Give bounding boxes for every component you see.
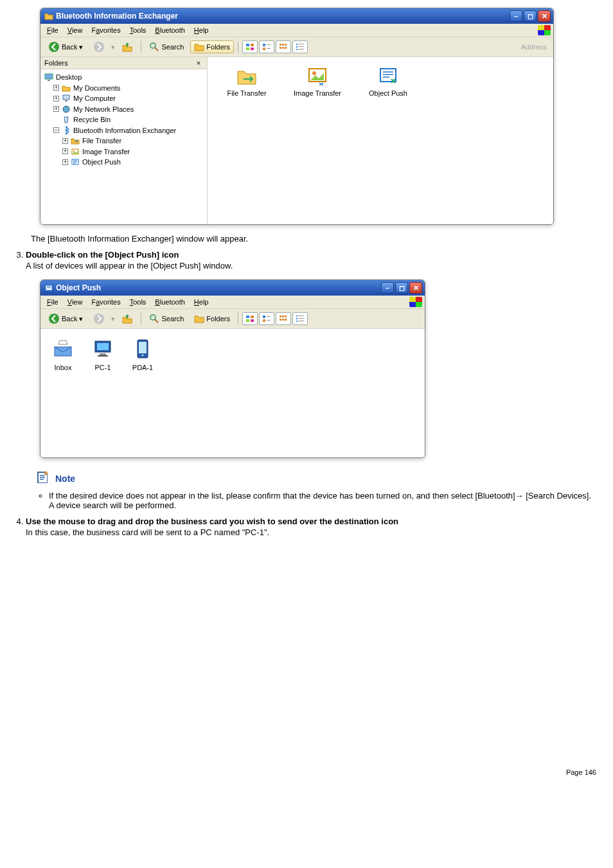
desktop-icon bbox=[44, 73, 53, 82]
svg-rect-9 bbox=[267, 44, 271, 45]
svg-point-38 bbox=[94, 314, 104, 324]
svg-rect-10 bbox=[263, 48, 265, 50]
svg-point-39 bbox=[150, 315, 155, 320]
collapse-icon[interactable]: − bbox=[53, 127, 59, 133]
svg-point-0 bbox=[49, 42, 59, 52]
svg-line-3 bbox=[155, 48, 158, 51]
svg-rect-49 bbox=[280, 315, 281, 317]
minimize-button[interactable]: – bbox=[510, 10, 522, 22]
item-pda1[interactable]: PDA-1 bbox=[132, 338, 154, 406]
menu-bluetooth[interactable]: Bluetooth bbox=[151, 25, 189, 35]
expand-icon[interactable]: + bbox=[53, 96, 59, 102]
back-button[interactable]: Back ▾ bbox=[44, 40, 87, 54]
view-thumbnails-button[interactable] bbox=[242, 40, 258, 53]
view-icons-button[interactable] bbox=[276, 40, 291, 53]
view-icons-button[interactable] bbox=[276, 312, 291, 325]
object-push-label: Object Push bbox=[369, 89, 407, 97]
view-tiles-button[interactable] bbox=[259, 40, 274, 53]
folders-button[interactable]: Folders bbox=[190, 40, 234, 53]
network-icon bbox=[62, 105, 71, 114]
tree-node-recycle[interactable]: Recycle Bin bbox=[53, 114, 203, 125]
item-inbox[interactable]: Inbox bbox=[52, 338, 74, 406]
menu-favorites[interactable]: Favorites bbox=[87, 25, 124, 35]
folders-button[interactable]: Folders bbox=[190, 312, 234, 325]
svg-rect-58 bbox=[298, 318, 304, 319]
svg-rect-5 bbox=[251, 44, 254, 46]
content-pane: Inbox PC-1 PDA-1 bbox=[40, 329, 425, 457]
forward-button[interactable] bbox=[89, 40, 109, 54]
expand-icon[interactable]: + bbox=[62, 148, 68, 154]
svg-point-68 bbox=[142, 355, 144, 357]
view-tiles-button[interactable] bbox=[259, 312, 274, 325]
item-image-transfer[interactable]: Image Transfer bbox=[290, 65, 345, 97]
tree-node-mydocs[interactable]: + My Documents bbox=[53, 83, 203, 94]
tree-node-objectpush[interactable]: + Object Push bbox=[62, 157, 203, 168]
window-title: Bluetooth Information Exchanger bbox=[56, 12, 178, 21]
view-thumbnails-button[interactable] bbox=[242, 312, 258, 325]
folder-icon bbox=[62, 84, 71, 93]
address-label: Address bbox=[521, 43, 549, 51]
menubar: File View Favorites Tools Bluetooth Help bbox=[40, 24, 553, 37]
tree-node-imagetransfer[interactable]: + Image Transfer bbox=[62, 146, 203, 157]
pda-icon bbox=[132, 338, 154, 360]
file-transfer-icon bbox=[236, 65, 258, 87]
minimize-button[interactable]: – bbox=[381, 282, 394, 294]
menu-view[interactable]: View bbox=[64, 297, 87, 307]
tree-node-desktop[interactable]: Desktop bbox=[44, 72, 203, 83]
image-transfer-icon bbox=[306, 65, 328, 87]
folders-label: Folders bbox=[206, 315, 230, 323]
maximize-button[interactable]: ◻ bbox=[395, 282, 408, 294]
separator bbox=[141, 313, 141, 324]
search-button[interactable]: Search bbox=[145, 40, 188, 53]
svg-rect-54 bbox=[285, 319, 287, 321]
menubar: File View Favorites Tools Bluetooth Help bbox=[40, 296, 425, 309]
menu-favorites[interactable]: Favorites bbox=[87, 297, 124, 307]
search-button[interactable]: Search bbox=[145, 312, 188, 325]
view-list-button[interactable] bbox=[292, 312, 308, 325]
menu-file[interactable]: File bbox=[43, 297, 62, 307]
svg-rect-15 bbox=[280, 47, 281, 49]
menu-tools[interactable]: Tools bbox=[126, 297, 150, 307]
close-button[interactable]: ✕ bbox=[538, 10, 551, 22]
close-pane-button[interactable]: × bbox=[194, 58, 203, 67]
menu-file[interactable]: File bbox=[43, 25, 62, 35]
tree-node-bie[interactable]: − Bluetooth Information Exchanger bbox=[53, 125, 203, 136]
menu-help[interactable]: Help bbox=[190, 25, 213, 35]
tree-node-filetransfer[interactable]: + File Transfer bbox=[62, 136, 203, 146]
pc1-label: PC-1 bbox=[94, 364, 111, 371]
expand-icon[interactable]: + bbox=[62, 138, 68, 144]
separator bbox=[238, 41, 238, 53]
step-3-head: Double-click on the [Object Push] icon bbox=[26, 250, 601, 260]
svg-rect-43 bbox=[246, 319, 249, 322]
up-button[interactable] bbox=[118, 312, 137, 326]
menu-bluetooth[interactable]: Bluetooth bbox=[151, 297, 189, 307]
item-pc1[interactable]: PC-1 bbox=[92, 338, 114, 406]
menu-view[interactable]: View bbox=[64, 25, 87, 35]
tree-node-mycomp[interactable]: + My Computer bbox=[53, 93, 203, 104]
svg-line-40 bbox=[155, 319, 158, 323]
close-button[interactable]: ✕ bbox=[409, 282, 422, 294]
folder-tree: Desktop + My Documents + My Computer + M… bbox=[40, 69, 207, 170]
expand-icon[interactable]: + bbox=[53, 106, 59, 112]
menu-help[interactable]: Help bbox=[190, 297, 213, 307]
svg-rect-16 bbox=[282, 47, 284, 49]
view-list-button[interactable] bbox=[292, 40, 308, 53]
expand-icon[interactable]: + bbox=[62, 159, 68, 165]
forward-button[interactable] bbox=[89, 312, 109, 326]
item-object-push[interactable]: Object Push bbox=[360, 65, 416, 97]
expand-icon[interactable]: + bbox=[53, 85, 59, 91]
maximize-button[interactable]: ◻ bbox=[524, 10, 537, 22]
titlebar: Bluetooth Information Exchanger – ◻ ✕ bbox=[40, 8, 553, 24]
view-buttons bbox=[242, 40, 308, 53]
up-button[interactable] bbox=[118, 40, 137, 54]
svg-rect-48 bbox=[267, 320, 271, 321]
back-button[interactable]: Back ▾ bbox=[44, 312, 87, 326]
svg-rect-7 bbox=[251, 48, 254, 50]
object-push-icon bbox=[44, 283, 53, 292]
separator bbox=[141, 41, 141, 53]
tree-node-mynet[interactable]: + My Network Places bbox=[53, 104, 203, 115]
recycle-icon bbox=[62, 115, 71, 124]
folders-label: Folders bbox=[206, 43, 230, 51]
menu-tools[interactable]: Tools bbox=[126, 25, 150, 35]
item-file-transfer[interactable]: File Transfer bbox=[219, 65, 274, 97]
